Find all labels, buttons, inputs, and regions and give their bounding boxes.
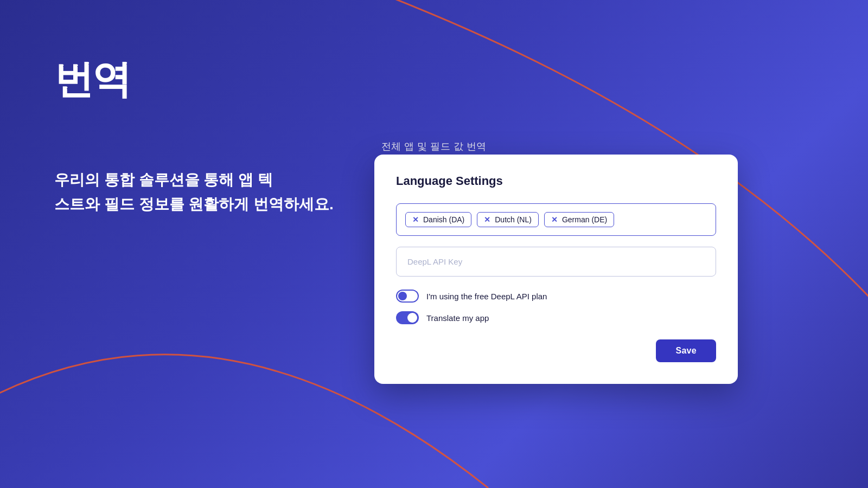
remove-dutch-icon[interactable]: ✕ [484, 216, 490, 223]
danish-label: Danish (DA) [423, 215, 464, 224]
free-plan-label: I'm using the free DeepL API plan [426, 292, 547, 301]
tagline: 우리의 통합 솔루션을 통해 앱 텍 스트와 필드 정보를 원활하게 번역하세요… [54, 168, 334, 217]
logo: 번역 [54, 60, 130, 99]
top-label: 전체 앱 및 필드 값 번역 [0, 140, 868, 153]
german-label: German (DE) [562, 215, 607, 224]
card-title: Language Settings [396, 174, 716, 188]
language-tag-da[interactable]: ✕ Danish (DA) [405, 212, 471, 227]
translate-app-toggle[interactable] [396, 311, 419, 324]
translate-app-label: Translate my app [426, 313, 489, 323]
logo-text: 번역 [54, 60, 130, 99]
remove-german-icon[interactable]: ✕ [551, 216, 558, 223]
free-plan-toggle[interactable] [396, 290, 419, 303]
tagline-line2: 스트와 필드 정보를 원활하게 번역하세요. [54, 192, 334, 217]
save-button[interactable]: Save [656, 339, 716, 362]
save-button-row: Save [396, 339, 716, 362]
tagline-line1: 우리의 통합 솔루션을 통해 앱 텍 [54, 168, 334, 192]
dutch-label: Dutch (NL) [495, 215, 532, 224]
language-tag-nl[interactable]: ✕ Dutch (NL) [477, 212, 539, 227]
language-tag-de[interactable]: ✕ German (DE) [544, 212, 614, 227]
translate-app-toggle-row: Translate my app [396, 311, 716, 324]
remove-danish-icon[interactable]: ✕ [412, 216, 419, 223]
free-plan-toggle-row: I'm using the free DeepL API plan [396, 290, 716, 303]
language-settings-card: Language Settings ✕ Danish (DA) ✕ Dutch … [374, 155, 738, 384]
language-input-area[interactable]: ✕ Danish (DA) ✕ Dutch (NL) ✕ German (DE) [396, 203, 716, 236]
api-key-input[interactable] [396, 247, 716, 277]
